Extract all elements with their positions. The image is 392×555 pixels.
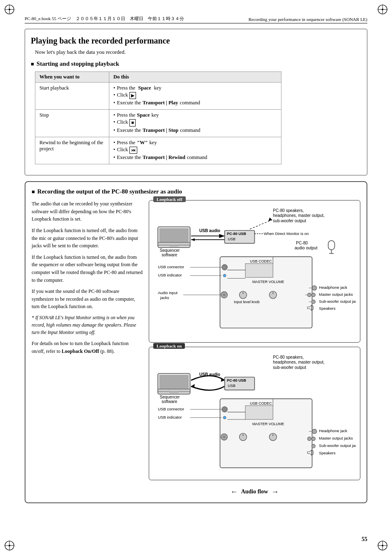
steps-cell: Press the Space key Click ■ Execute the … <box>109 110 281 137</box>
svg-line-19 <box>250 220 272 229</box>
corner-mark-tl <box>3 3 16 16</box>
loopback-off-svg: PC-80 speakers, headphones, master outpu… <box>153 204 356 337</box>
svg-point-118 <box>311 444 315 448</box>
svg-text:MASTER VOLUME: MASTER VOLUME <box>252 280 284 284</box>
svg-text:PC-80 USB: PC-80 USB <box>227 232 246 236</box>
loopback-off-label: Loopback off <box>153 196 186 202</box>
two-column-layout: The audio that can be recorded by your s… <box>32 200 360 496</box>
svg-text:Input level knob: Input level knob <box>234 300 260 304</box>
arrow-left-icon: ← <box>231 488 238 496</box>
svg-point-47 <box>223 274 226 277</box>
svg-text:Headphone jack: Headphone jack <box>319 285 347 290</box>
svg-text:USB connector: USB connector <box>158 407 184 411</box>
svg-text:When Direct Monitor is on: When Direct Monitor is on <box>264 231 309 236</box>
svg-rect-24 <box>169 245 178 246</box>
svg-text:headphones, master output,: headphones, master output, <box>273 360 325 365</box>
para-2: If the Loopback function is turned off, … <box>32 227 143 250</box>
corner-mark-bl <box>3 539 16 552</box>
svg-text:Headphone jack: Headphone jack <box>319 429 347 433</box>
step-item: Execute the Transport | Rewind command <box>113 154 277 161</box>
svg-point-69 <box>307 293 311 297</box>
svg-point-72 <box>311 300 315 304</box>
svg-point-58 <box>223 294 226 297</box>
svg-text:USB audio: USB audio <box>199 229 220 233</box>
svg-text:PC-80 USB: PC-80 USB <box>227 378 246 382</box>
table-row: Stop Press the Space key Click ■ Execute… <box>35 110 281 137</box>
sub-heading-playback: Starting and stopping playback <box>31 60 361 67</box>
svg-text:Sub-woofer output jack: Sub-woofer output jack <box>319 443 356 448</box>
svg-text:PC-80 speakers,: PC-80 speakers, <box>273 355 304 359</box>
svg-point-116 <box>307 437 311 441</box>
right-diagram-col: Loopback off PC-80 speakers, headphones,… <box>149 200 360 496</box>
step-item: Press the "W" key <box>113 140 277 146</box>
audio-flow-text: Audio flow <box>241 488 268 495</box>
svg-text:software: software <box>161 253 177 257</box>
svg-text:sub-woofer output: sub-woofer output <box>273 365 306 370</box>
svg-point-11 <box>9 545 10 546</box>
col-header-action: When you want to <box>35 72 109 83</box>
svg-text:USB: USB <box>228 237 235 241</box>
svg-point-68 <box>311 293 315 297</box>
svg-text:Sequencer: Sequencer <box>160 248 180 253</box>
step-item: Click ▶ <box>113 92 277 99</box>
svg-text:USB connector: USB connector <box>158 265 184 269</box>
svg-text:Speakers: Speakers <box>319 306 335 311</box>
svg-rect-82 <box>158 389 190 392</box>
step-item: Press the Space key <box>113 112 277 118</box>
action-cell: Stop <box>35 110 109 137</box>
svg-marker-20 <box>268 218 272 221</box>
svg-text:sub-woofer output: sub-woofer output <box>273 219 306 223</box>
svg-text:USB indicator: USB indicator <box>158 415 182 419</box>
svg-text:Master output jacks: Master output jacks <box>319 436 353 440</box>
svg-point-3 <box>9 9 10 10</box>
diagram-area: Loopback off PC-80 speakers, headphones,… <box>149 200 360 496</box>
svg-point-7 <box>382 9 383 10</box>
svg-point-98 <box>223 416 226 419</box>
svg-text:Audio input: Audio input <box>158 290 178 295</box>
svg-text:USB: USB <box>228 384 235 388</box>
audio-flow-label: ← Audio flow → <box>149 488 360 496</box>
loopback-on-diagram: Loopback on PC-80 speakers, headphones, … <box>149 347 360 480</box>
svg-text:USB CODEC: USB CODEC <box>250 401 272 405</box>
svg-text:jacks: jacks <box>160 295 169 300</box>
svg-point-112 <box>312 429 317 434</box>
svg-text:MASTER VOLUME: MASTER VOLUME <box>252 422 284 426</box>
svg-text:headphones, master output,: headphones, master output, <box>273 214 325 218</box>
page-number: 55 <box>362 536 367 543</box>
step-item: Click ⏮ <box>113 147 277 154</box>
left-text-col: The audio that can be recorded by your s… <box>32 200 143 496</box>
para-3: If the Loopback function is turned on, t… <box>32 253 143 284</box>
step-item: Click ■ <box>113 119 277 126</box>
corner-mark-br <box>376 539 389 552</box>
recording-section: Recording the output of the PC-80 synthe… <box>25 181 367 503</box>
svg-text:Speakers: Speakers <box>319 451 335 455</box>
steps-cell: Press the Space key Click ▶ Execute the … <box>109 83 281 110</box>
corner-mark-tr <box>376 3 389 16</box>
col-header-dothis: Do this <box>109 72 281 83</box>
step-item: Execute the Transport | Stop command <box>113 127 277 134</box>
svg-text:USB CODEC: USB CODEC <box>250 260 272 264</box>
svg-text:software: software <box>161 399 177 404</box>
action-cell: Start playback <box>35 83 109 110</box>
svg-point-44 <box>222 265 227 270</box>
svg-rect-23 <box>158 242 190 245</box>
svg-text:USB indicator: USB indicator <box>158 273 182 277</box>
intro-text: Now let's play back the data you recorde… <box>35 49 361 55</box>
sub-heading-recording: Recording the output of the PC-80 synthe… <box>32 188 360 195</box>
svg-rect-22 <box>160 229 188 243</box>
svg-point-106 <box>223 435 226 438</box>
svg-point-115 <box>311 437 315 441</box>
header-section-title: Recording your performance in sequencer … <box>249 17 367 22</box>
svg-text:PC-80: PC-80 <box>296 241 308 245</box>
step-item: Execute the Transport | Play command <box>113 100 277 106</box>
para-4: If you want the sound of the PC-80 softw… <box>32 288 143 311</box>
svg-text:audio output: audio output <box>295 246 318 250</box>
svg-rect-100 <box>245 406 273 420</box>
page-header: PC-80_e.book 55 ページ ２００５年１１月１０日 木曜日 午前１１… <box>25 16 367 23</box>
arrow-right-icon: → <box>271 488 279 496</box>
svg-text:Sequencer: Sequencer <box>160 395 180 399</box>
playback-table: When you want to Do this Start playback … <box>35 71 281 164</box>
table-row: Rewind to the beginning of the project P… <box>35 137 281 164</box>
para-1: The audio that can be recorded by your s… <box>32 200 143 223</box>
svg-text:PC-80 speakers,: PC-80 speakers, <box>273 208 304 213</box>
